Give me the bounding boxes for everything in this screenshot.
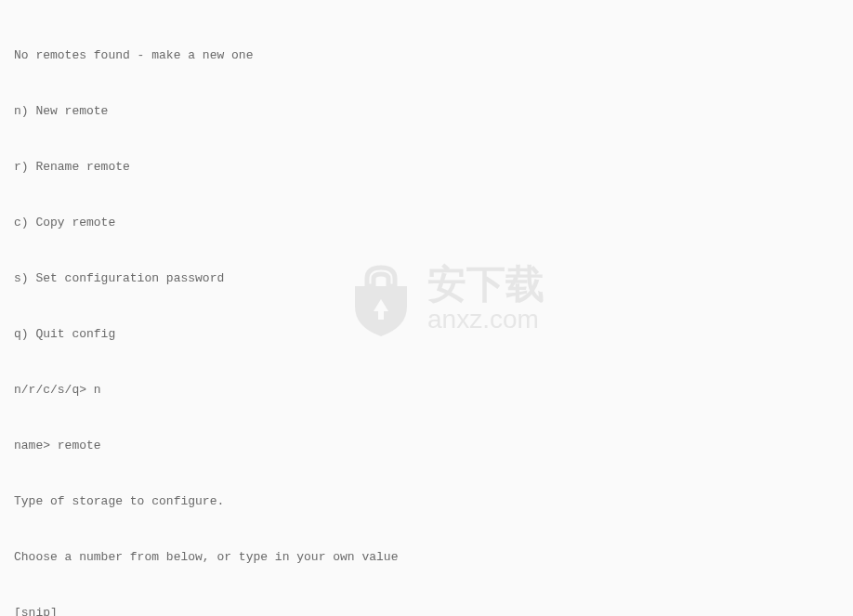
terminal-line: No remotes found - make a new one: [14, 46, 839, 65]
terminal-line: Type of storage to configure.: [14, 492, 839, 511]
terminal-output: No remotes found - make a new one n) New…: [14, 9, 839, 616]
terminal-line: n/r/c/s/q> n: [14, 381, 839, 400]
terminal-line: name> remote: [14, 437, 839, 455]
terminal-line: [snip]: [14, 604, 839, 616]
terminal-line: q) Quit config: [14, 325, 839, 344]
terminal-line: r) Rename remote: [14, 158, 839, 177]
terminal-line: Choose a number from below, or type in y…: [14, 548, 839, 567]
terminal-line: c) Copy remote: [14, 214, 839, 232]
terminal-line: s) Set configuration password: [14, 269, 839, 288]
terminal-line: n) New remote: [14, 102, 839, 121]
